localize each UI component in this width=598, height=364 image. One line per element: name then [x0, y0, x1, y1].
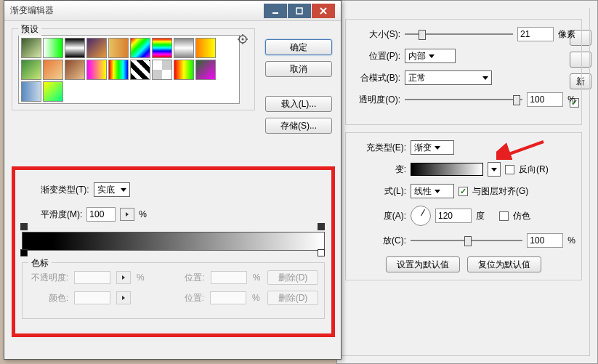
preset-swatch[interactable]	[43, 38, 63, 58]
opacity-slider[interactable]	[405, 99, 522, 100]
svg-rect-3	[296, 8, 302, 14]
annotation-highlight-box	[12, 166, 335, 337]
preset-swatch[interactable]	[174, 38, 194, 58]
gradient-editor-dialog: 渐变编辑器 预设 确定 取消 载入(L)... 存储(S)... 渐变类型(T)…	[4, 0, 342, 360]
gradient-dropdown[interactable]	[488, 162, 501, 177]
preset-swatch[interactable]	[21, 81, 41, 102]
gradient-label: 变:	[352, 163, 406, 176]
preset-swatch[interactable]	[130, 60, 150, 80]
size-label: 大小(S):	[346, 28, 400, 41]
preset-swatch[interactable]	[86, 38, 107, 58]
preset-swatch[interactable]	[195, 60, 216, 80]
opacity-label: 透明度(O):	[346, 94, 400, 106]
make-default-button[interactable]: 设置为默认值	[386, 256, 460, 272]
position-label: 位置(P):	[346, 50, 400, 62]
reset-default-button[interactable]: 复位为默认值	[467, 256, 541, 272]
angle-input[interactable]	[435, 209, 472, 223]
dither-checkbox[interactable]	[499, 211, 509, 221]
svg-point-7	[242, 39, 244, 41]
preset-swatch[interactable]	[152, 60, 172, 80]
preset-swatch[interactable]	[21, 38, 41, 58]
size-input[interactable]	[517, 27, 554, 41]
position-select[interactable]: 内部	[405, 49, 456, 63]
cancel-button[interactable]: 取消	[265, 61, 332, 77]
preset-swatch[interactable]	[65, 60, 85, 80]
gear-icon[interactable]	[237, 33, 249, 47]
blend-select[interactable]: 正常	[405, 70, 492, 85]
preset-swatch[interactable]	[152, 38, 172, 58]
size-unit: 像素	[558, 28, 575, 41]
style-label: 式(L):	[352, 185, 406, 198]
minimize-button[interactable]	[264, 4, 287, 18]
opacity-input[interactable]	[527, 92, 563, 107]
layer-style-panel: 新 大小(S): 像素 位置(P): 内部 合模式(B): 正常 透明度(O):…	[336, 0, 598, 364]
preset-swatch[interactable]	[130, 38, 150, 58]
save-button[interactable]: 存储(S)...	[265, 118, 332, 134]
align-label: 与图层对齐(G)	[472, 185, 528, 198]
preset-grid	[18, 35, 240, 104]
angle-label: 度(A):	[352, 210, 406, 222]
dither-label: 仿色	[513, 210, 530, 222]
scale-input[interactable]	[527, 233, 563, 248]
preset-swatch[interactable]	[174, 60, 194, 80]
style-select[interactable]: 线性	[411, 184, 454, 198]
titlebar[interactable]: 渐变编辑器	[4, 1, 341, 21]
preset-swatch[interactable]	[43, 60, 63, 80]
reverse-checkbox[interactable]	[505, 165, 514, 174]
presets-label: 预设	[18, 23, 41, 36]
scale-slider[interactable]	[411, 240, 522, 241]
close-button[interactable]	[312, 4, 335, 18]
filltype-label: 充类型(E):	[352, 142, 406, 154]
filltype-select[interactable]: 渐变	[411, 140, 454, 155]
load-button[interactable]: 载入(L)...	[265, 96, 332, 112]
preset-swatch[interactable]	[21, 60, 41, 80]
dialog-title: 渐变编辑器	[10, 4, 263, 17]
gradient-preview[interactable]	[411, 163, 483, 176]
size-slider[interactable]	[405, 33, 513, 35]
preset-swatch[interactable]	[65, 38, 85, 58]
scale-label: 放(C):	[352, 235, 406, 247]
align-checkbox[interactable]	[458, 187, 468, 196]
ok-button[interactable]: 确定	[265, 39, 332, 55]
presets-group: 预设	[12, 28, 255, 110]
blend-label: 合模式(B):	[346, 72, 400, 84]
preset-swatch[interactable]	[43, 81, 63, 102]
preset-swatch[interactable]	[86, 60, 107, 80]
preset-swatch[interactable]	[108, 60, 129, 80]
preset-swatch[interactable]	[195, 38, 216, 58]
maximize-button[interactable]	[288, 4, 311, 18]
angle-dial[interactable]	[411, 206, 431, 226]
preset-swatch[interactable]	[108, 38, 129, 58]
reverse-label: 反向(R)	[519, 163, 549, 176]
